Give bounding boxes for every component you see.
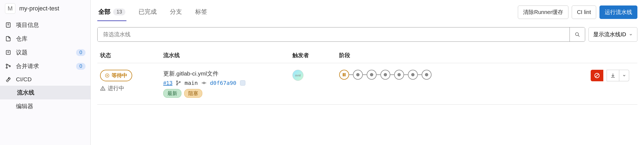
trigger-cell: avat xyxy=(292,70,339,81)
sidebar-sub-pipelines[interactable]: 流水线 xyxy=(0,86,90,99)
stage-connector xyxy=(349,74,353,75)
rocket-icon xyxy=(5,76,12,83)
sidebar-item-cicd[interactable]: CI/CD xyxy=(0,73,90,86)
download-caret-button[interactable] xyxy=(619,70,629,81)
tab-finished[interactable]: 已完成 xyxy=(137,3,158,21)
action-buttons: 清除Runner缓存 CI lint 运行流水线 xyxy=(518,5,637,19)
row-actions xyxy=(591,70,635,81)
col-actions xyxy=(591,52,635,59)
tabs: 全部 13 已完成 分支 标签 xyxy=(97,3,518,21)
svg-line-25 xyxy=(596,74,599,77)
svg-point-19 xyxy=(179,82,180,83)
topbar: 全部 13 已完成 分支 标签 清除Runner缓存 CI lint 运行流水线 xyxy=(97,0,637,21)
sidebar-item-label: 合并请求 xyxy=(16,62,72,70)
cancel-icon xyxy=(594,72,600,79)
sidebar-item-merge[interactable]: 合并请求 0 xyxy=(0,59,90,73)
actions-cell xyxy=(591,70,635,81)
status-label: 等待中 xyxy=(112,72,127,79)
show-id-dropdown[interactable]: 显示流水线ID xyxy=(588,27,637,42)
table-header: 状态 流水线 触发者 阶段 xyxy=(97,47,637,63)
tag-blocked: 阻塞 xyxy=(184,89,202,98)
stage-6[interactable] xyxy=(408,70,418,80)
sidebar: M my-project-test 项目信息 仓库 议题 0 合并请求 0 CI… xyxy=(0,0,91,145)
pipeline-tags: 最新 阻塞 xyxy=(163,89,292,98)
pipeline-cell: 更新.gitlab-ci.yml文件 #13 main d0f67a90 最新 … xyxy=(163,70,292,98)
stage-1[interactable] xyxy=(339,70,349,80)
pipeline-row: 等待中 进行中 更新.gitlab-ci.yml文件 #13 main xyxy=(97,63,637,105)
sidebar-item-label: 议题 xyxy=(16,49,72,56)
svg-point-10 xyxy=(575,32,578,35)
stage-4[interactable] xyxy=(380,70,390,80)
info-icon xyxy=(5,22,12,28)
tab-tags[interactable]: 标签 xyxy=(194,3,208,21)
commit-icon xyxy=(201,80,207,86)
stage-5[interactable] xyxy=(394,70,404,80)
sidebar-sub-editor[interactable]: 编辑器 xyxy=(0,99,90,113)
user-avatar-icon xyxy=(240,80,246,86)
merge-icon xyxy=(5,63,12,69)
stage-connector xyxy=(418,74,422,75)
pipeline-meta: #13 main d0f67a90 xyxy=(163,80,292,86)
stage-3[interactable] xyxy=(367,70,377,80)
project-name: my-project-test xyxy=(19,5,59,12)
status-sub-label: 进行中 xyxy=(108,85,124,92)
download-button[interactable] xyxy=(607,70,619,81)
status-sub: 进行中 xyxy=(100,85,163,92)
trigger-avatar[interactable]: avat xyxy=(292,70,303,81)
stages xyxy=(339,70,591,80)
branch-icon xyxy=(176,80,181,86)
sidebar-item-label: 仓库 xyxy=(16,35,85,43)
pause-icon xyxy=(105,73,109,78)
status-pill[interactable]: 等待中 xyxy=(100,70,132,81)
svg-point-7 xyxy=(6,67,7,68)
svg-point-9 xyxy=(8,78,9,79)
stages-cell xyxy=(339,70,591,80)
filter-search-button[interactable] xyxy=(570,27,585,41)
project-avatar: M xyxy=(5,3,15,14)
col-status: 状态 xyxy=(100,52,163,59)
sidebar-item-issues[interactable]: 议题 0 xyxy=(0,46,90,59)
search-icon xyxy=(574,32,581,38)
svg-rect-23 xyxy=(240,80,245,85)
sidebar-item-label: 项目信息 xyxy=(16,21,85,29)
chevron-down-icon xyxy=(622,74,626,77)
stage-2[interactable] xyxy=(353,70,363,80)
svg-point-18 xyxy=(176,84,178,85)
col-stages: 阶段 xyxy=(339,52,591,59)
download-icon xyxy=(610,73,616,78)
filter-input[interactable] xyxy=(98,27,570,41)
stage-connector xyxy=(390,74,394,75)
filter-input-wrap xyxy=(97,27,585,42)
warning-icon xyxy=(100,86,106,91)
clear-cache-button[interactable]: 清除Runner缓存 xyxy=(518,5,568,19)
stage-connector xyxy=(377,74,380,75)
svg-point-20 xyxy=(203,82,205,84)
tab-branches[interactable]: 分支 xyxy=(169,3,183,21)
stage-connector xyxy=(404,74,408,75)
svg-point-6 xyxy=(6,64,7,65)
tab-count: 13 xyxy=(113,9,125,15)
merge-badge: 0 xyxy=(76,63,85,70)
sidebar-item-label: CI/CD xyxy=(16,76,85,83)
commit-sha[interactable]: d0f67a90 xyxy=(210,80,236,86)
sidebar-item-info[interactable]: 项目信息 xyxy=(0,18,90,32)
pipeline-id-link[interactable]: #13 xyxy=(163,80,172,86)
svg-point-16 xyxy=(103,89,103,90)
sidebar-item-repo[interactable]: 仓库 xyxy=(0,32,90,46)
stage-connector xyxy=(363,74,367,75)
issues-icon xyxy=(5,49,12,56)
svg-point-12 xyxy=(105,74,109,77)
repo-icon xyxy=(5,35,12,42)
main-content: 全部 13 已完成 分支 标签 清除Runner缓存 CI lint 运行流水线… xyxy=(91,0,644,145)
col-trigger: 触发者 xyxy=(292,52,339,59)
tag-latest: 最新 xyxy=(163,89,181,98)
stage-7[interactable] xyxy=(422,70,432,80)
run-pipeline-button[interactable]: 运行流水线 xyxy=(599,5,637,19)
chevron-down-icon xyxy=(629,33,633,37)
cancel-button[interactable] xyxy=(591,70,603,81)
branch-name[interactable]: main xyxy=(184,80,198,86)
filter-bar: 显示流水线ID xyxy=(97,27,637,42)
tab-all[interactable]: 全部 13 xyxy=(97,3,126,21)
ci-lint-button[interactable]: CI lint xyxy=(572,5,596,19)
status-cell: 等待中 进行中 xyxy=(100,70,163,92)
